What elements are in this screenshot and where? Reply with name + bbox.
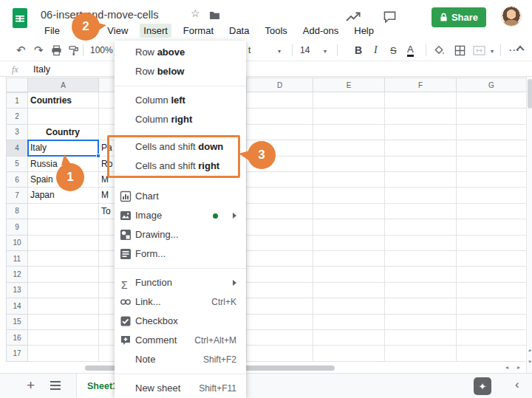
collapse-toolbar-icon[interactable]: [517, 46, 525, 53]
merge-dropdown-icon[interactable]: ▾: [491, 48, 494, 55]
collapse-panel-icon[interactable]: ‹: [515, 377, 519, 392]
insert-menu-item-link[interactable]: Link...Ctrl+K: [115, 292, 246, 312]
menu-file[interactable]: File: [41, 24, 64, 38]
insert-menu-item-form[interactable]: Form...: [115, 244, 246, 264]
borders-icon[interactable]: [454, 44, 466, 57]
print-icon[interactable]: [51, 44, 62, 57]
vertical-scrollbar[interactable]: ▴ ▾: [526, 77, 532, 373]
bold-button[interactable]: B: [355, 44, 362, 57]
zoom-select[interactable]: 100%: [90, 44, 113, 57]
cell-A1[interactable]: Countries: [30, 95, 72, 106]
row-header-10[interactable]: 10: [6, 235, 28, 251]
comment-history-icon[interactable]: [383, 10, 397, 23]
grid-corner[interactable]: [6, 78, 28, 92]
font-select[interactable]: t: [248, 44, 250, 57]
redo-icon[interactable]: ↷: [34, 44, 44, 57]
row-header-8[interactable]: 8: [6, 203, 28, 219]
paint-format-icon[interactable]: [68, 44, 79, 57]
column-header-D[interactable]: D: [246, 78, 313, 92]
row-header-2[interactable]: 2: [6, 108, 28, 124]
row-header-13[interactable]: 13: [6, 282, 28, 298]
column-header-A[interactable]: A: [27, 78, 99, 92]
font-dropdown-icon[interactable]: ▾: [278, 48, 281, 55]
strikethrough-button[interactable]: S: [390, 44, 397, 57]
text-color-button[interactable]: A: [407, 44, 414, 57]
fx-icon: fx: [12, 64, 18, 75]
vertical-scrollbar-thumb[interactable]: [528, 79, 532, 109]
cell-A6[interactable]: Spain: [30, 174, 53, 185]
menu-format[interactable]: Format: [180, 24, 217, 38]
star-icon[interactable]: ☆: [191, 7, 200, 19]
account-avatar[interactable]: [501, 6, 522, 27]
insert-menu-item-row-below[interactable]: Row below: [115, 62, 246, 81]
column-header-G[interactable]: G: [456, 78, 526, 92]
formula-input[interactable]: Italy: [33, 64, 50, 75]
scroll-left-icon[interactable]: ◂: [505, 364, 508, 371]
fill-color-icon[interactable]: [434, 44, 445, 57]
row-header-14[interactable]: 14: [6, 298, 28, 314]
menu-view[interactable]: View: [103, 24, 132, 38]
menu-data[interactable]: Data: [225, 24, 253, 38]
scroll-right-icon[interactable]: ▸: [517, 364, 520, 371]
undo-icon[interactable]: ↶: [16, 44, 26, 57]
merge-cells-icon[interactable]: [473, 44, 485, 57]
share-button[interactable]: Share: [432, 7, 486, 27]
insert-menu-item-chart[interactable]: Chart: [115, 187, 246, 206]
cell-B7[interactable]: M: [101, 190, 109, 200]
cell-B6[interactable]: M: [101, 174, 109, 185]
row-header-12[interactable]: 12: [6, 266, 28, 282]
insert-menu-item-row-above[interactable]: Row above: [115, 43, 246, 62]
row-header-11[interactable]: 11: [6, 250, 28, 267]
column-header-F[interactable]: F: [384, 78, 457, 92]
row-header-3[interactable]: 3: [6, 124, 28, 140]
explore-stats-icon[interactable]: [346, 12, 362, 22]
insert-menu-item-comment[interactable]: CommentCtrl+Alt+M: [115, 331, 246, 350]
insert-menu-item-checkbox[interactable]: Checkbox: [115, 312, 246, 331]
cell-A5[interactable]: Russia: [30, 159, 58, 169]
row-header-15[interactable]: 15: [6, 314, 28, 330]
document-title[interactable]: 06-insert-and-move-cells: [41, 9, 159, 21]
row-header-17[interactable]: 17: [6, 345, 28, 361]
insert-menu-item-function[interactable]: ΣFunction: [115, 273, 246, 292]
insert-menu-item-cells-and-shift-down[interactable]: Cells and shift down: [115, 137, 246, 157]
menu-item-label: Drawing...: [135, 229, 179, 240]
sheets-logo-icon[interactable]: [13, 8, 27, 28]
insert-menu-item-column-left[interactable]: Column left: [115, 91, 246, 110]
grid-line: [28, 298, 526, 298]
insert-menu-item-new-sheet[interactable]: New sheetShift+F11: [115, 379, 246, 398]
cell-A3[interactable]: Country: [27, 127, 98, 137]
fill-handle[interactable]: [96, 154, 100, 158]
scroll-down-icon[interactable]: ▾: [527, 359, 532, 365]
insert-menu-item-column-right[interactable]: Column right: [115, 110, 246, 129]
row-header-7[interactable]: 7: [6, 187, 28, 203]
move-folder-icon[interactable]: [209, 11, 220, 20]
all-sheets-icon[interactable]: [50, 381, 61, 392]
menu-divider: [115, 268, 246, 269]
cell-B8[interactable]: To: [101, 206, 111, 216]
scroll-up-icon[interactable]: ▴: [527, 347, 532, 353]
menu-addons[interactable]: Add-ons: [299, 24, 342, 38]
menu-tools[interactable]: Tools: [261, 24, 290, 38]
row-header-16[interactable]: 16: [6, 329, 28, 346]
insert-menu-item-cells-and-shift-right[interactable]: Cells and shift right: [115, 157, 246, 176]
row-header-4[interactable]: 4: [6, 140, 28, 156]
row-header-9[interactable]: 9: [6, 219, 28, 235]
italic-button[interactable]: I: [374, 44, 378, 57]
cell-B5[interactable]: Ro: [101, 159, 112, 169]
row-header-1[interactable]: 1: [6, 92, 28, 109]
cell-A7[interactable]: Japan: [30, 190, 55, 200]
font-size-dropdown-icon[interactable]: ▾: [324, 48, 327, 55]
insert-menu-item-image[interactable]: Image: [115, 206, 246, 225]
explore-button[interactable]: ✦: [474, 377, 491, 395]
horizontal-scrollbar[interactable]: ◂ ▸: [6, 363, 526, 373]
font-size-select[interactable]: 14: [300, 44, 310, 57]
column-header-E[interactable]: E: [313, 78, 385, 92]
add-sheet-button[interactable]: +: [27, 377, 35, 394]
row-header-6[interactable]: 6: [6, 171, 28, 188]
insert-menu-item-drawing[interactable]: Drawing...: [115, 225, 246, 244]
row-header-5[interactable]: 5: [6, 156, 28, 172]
insert-menu-item-note[interactable]: NoteShift+F2: [115, 350, 246, 369]
cell-B4[interactable]: Pa: [101, 143, 112, 153]
menu-insert[interactable]: Insert: [140, 24, 171, 38]
menu-help[interactable]: Help: [350, 24, 378, 38]
